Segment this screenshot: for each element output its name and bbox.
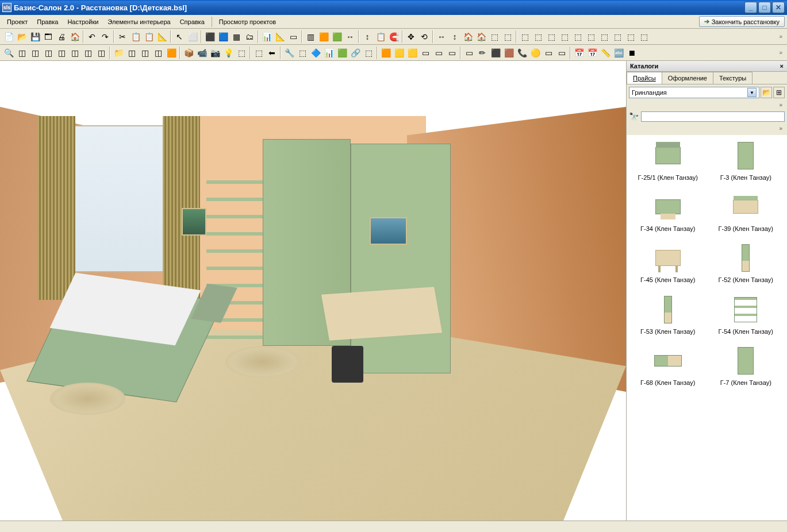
- toolbar-button[interactable]: ⬚: [519, 30, 531, 43]
- toolbar-button[interactable]: 📋: [374, 30, 387, 43]
- toolbar-button[interactable]: 🔗: [349, 47, 362, 59]
- catalog-item[interactable]: Г-45 (Клен Танзау): [631, 242, 705, 284]
- toolbar-button[interactable]: 🟩: [336, 47, 348, 59]
- toolbar-button[interactable]: 🗔: [42, 30, 55, 43]
- toolbar-button[interactable]: ⬚: [571, 30, 584, 43]
- toolbar-button[interactable]: 🟨: [406, 47, 419, 59]
- toolbar-button[interactable]: ◫: [95, 47, 108, 59]
- toolbar-button[interactable]: 🟦: [217, 30, 229, 43]
- toolbar-button[interactable]: ⬚: [545, 30, 558, 43]
- toolbar-button[interactable]: 📏: [599, 47, 612, 59]
- toolbar-button[interactable]: ⬅: [266, 47, 278, 59]
- toolbar-button[interactable]: 📋: [143, 30, 155, 43]
- toolbar-button[interactable]: ⬚: [598, 30, 611, 43]
- toolbar-button[interactable]: 🔧: [283, 47, 295, 59]
- toolbar-button[interactable]: 🖨: [55, 30, 68, 43]
- menu-item[interactable]: Элементы интерьера: [103, 17, 175, 27]
- catalog-item[interactable]: Г-39 (Клен Танзау): [709, 191, 783, 233]
- toolbar-button[interactable]: 🟧: [379, 47, 392, 59]
- toolbar-button[interactable]: ▭: [555, 47, 568, 59]
- toolbar-button[interactable]: ⬚: [532, 30, 544, 43]
- toolbar-button[interactable]: ⬚: [235, 47, 248, 59]
- toolbar-button[interactable]: 📄: [2, 30, 15, 43]
- toolbar-button[interactable]: ✂: [116, 30, 129, 43]
- toolbar-button[interactable]: 🟨: [393, 47, 405, 59]
- toolbar-button[interactable]: ↕: [448, 30, 461, 43]
- catalog-item[interactable]: Г-3 (Клен Танзау): [709, 140, 783, 182]
- toolbar-button[interactable]: 💾: [29, 30, 41, 43]
- folder-up-icon[interactable]: 📂: [761, 87, 772, 98]
- toolbar-button[interactable]: 📂: [16, 30, 28, 43]
- toolbar-button[interactable]: 🟡: [529, 47, 542, 59]
- toolbar-button[interactable]: 📹: [195, 47, 208, 59]
- 3d-viewport[interactable]: [0, 61, 626, 521]
- toolbar-button[interactable]: ▭: [419, 47, 432, 59]
- catalog-search-input[interactable]: [641, 111, 785, 122]
- toolbar-button[interactable]: 📷: [209, 47, 221, 59]
- toolbar-button[interactable]: ⬛: [204, 30, 216, 43]
- toolbar-button[interactable]: 📊: [323, 47, 335, 59]
- toolbar-button[interactable]: ⬚: [296, 47, 309, 59]
- toolbar-expand-icon[interactable]: »: [777, 33, 785, 40]
- toolbar-button[interactable]: ↶: [86, 30, 98, 43]
- toolbar-button[interactable]: ↷: [99, 30, 112, 43]
- toolbar-button[interactable]: ⟲: [418, 30, 431, 43]
- toolbar-button[interactable]: 📁: [112, 47, 125, 59]
- toolbar-button[interactable]: 📐: [274, 30, 286, 43]
- toolbar-button[interactable]: ↔: [344, 30, 356, 43]
- panel-tab[interactable]: Оформление: [662, 72, 713, 84]
- toolbar-button[interactable]: ⬜: [186, 30, 199, 43]
- toolbar-button[interactable]: 🟧: [165, 47, 178, 59]
- catalog-item[interactable]: Г-34 (Клен Танзау): [631, 191, 705, 233]
- tree-toggle-icon[interactable]: ⊞: [773, 87, 785, 98]
- toolbar-button[interactable]: 🟩: [331, 30, 343, 43]
- minimize-button[interactable]: _: [744, 2, 757, 13]
- toolbar-button[interactable]: 🏠: [68, 30, 81, 43]
- toolbar-button[interactable]: ◫: [16, 47, 28, 59]
- toolbar-button[interactable]: 🧲: [387, 30, 400, 43]
- toolbar-button[interactable]: 🏠: [475, 30, 487, 43]
- catalog-item[interactable]: Г-68 (Клен Танзау): [631, 345, 705, 387]
- catalog-item[interactable]: Г-25/1 (Клен Танзау): [631, 140, 705, 182]
- toolbar-button[interactable]: ▭: [542, 47, 555, 59]
- toolbar-button[interactable]: ⬚: [488, 30, 501, 43]
- toolbar-button[interactable]: ◫: [152, 47, 164, 59]
- toolbar-button[interactable]: 🔍: [2, 47, 15, 59]
- toolbar-button[interactable]: ⬚: [558, 30, 571, 43]
- catalog-dropdown[interactable]: Гринландия ▼: [629, 87, 759, 98]
- toolbar-button[interactable]: 🔷: [309, 47, 322, 59]
- panel-tab[interactable]: Прайсы: [627, 72, 662, 84]
- toolbar-button[interactable]: 🟫: [502, 47, 515, 59]
- toolbar-button[interactable]: ✥: [405, 30, 417, 43]
- toolbar-button[interactable]: ◫: [55, 47, 68, 59]
- toolbar-button[interactable]: ⬚: [638, 30, 650, 43]
- toolbar-button[interactable]: ⬚: [585, 30, 597, 43]
- toolbar-button[interactable]: ◫: [42, 47, 55, 59]
- finish-layout-button[interactable]: ➔ Закончить расстановку: [699, 16, 785, 27]
- toolbar-button[interactable]: ↕: [361, 30, 374, 43]
- toolbar-button[interactable]: ▭: [432, 47, 445, 59]
- panel-tab[interactable]: Текстуры: [713, 72, 753, 84]
- toolbar-button[interactable]: 🔤: [612, 47, 625, 59]
- toolbar-button[interactable]: 📅: [573, 47, 585, 59]
- toolbar-button[interactable]: 💡: [222, 47, 235, 59]
- catalog-item[interactable]: Г-54 (Клен Танзау): [709, 294, 783, 336]
- toolbar-button[interactable]: 📐: [156, 30, 168, 43]
- toolbar-button[interactable]: 📞: [516, 47, 528, 59]
- catalog-item[interactable]: Г-7 (Клен Танзау): [709, 345, 783, 387]
- toolbar-button[interactable]: ⬛: [489, 47, 502, 59]
- toolbar-button[interactable]: 🏠: [462, 30, 474, 43]
- toolbar-button[interactable]: ⏹: [625, 47, 638, 59]
- toolbar-button[interactable]: ⬚: [611, 30, 624, 43]
- toolbar-button[interactable]: ▥: [304, 30, 317, 43]
- toolbar-button[interactable]: 📅: [586, 47, 598, 59]
- toolbar-button[interactable]: ▭: [446, 47, 458, 59]
- toolbar-button[interactable]: ⬚: [362, 47, 375, 59]
- toolbar-button[interactable]: ▭: [463, 47, 475, 59]
- catalog-item[interactable]: Г-52 (Клен Танзау): [709, 242, 783, 284]
- toolbar-button[interactable]: ▭: [287, 30, 300, 43]
- toolbar-button[interactable]: 🗂: [243, 30, 256, 43]
- toolbar-button[interactable]: ↔: [435, 30, 448, 43]
- toolbar-button[interactable]: ⬚: [501, 30, 514, 43]
- panel-expand-icon[interactable]: »: [779, 125, 782, 132]
